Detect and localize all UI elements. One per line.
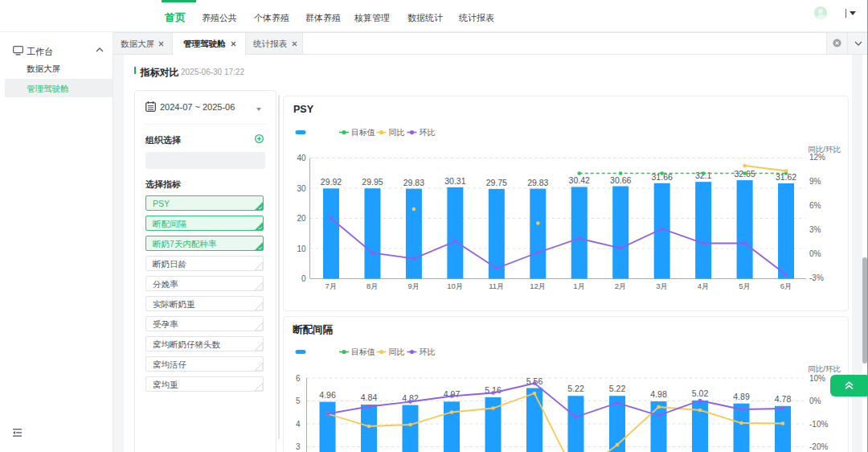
svg-text:目标值: 目标值 <box>351 128 375 137</box>
svg-text:30.42: 30.42 <box>569 175 590 185</box>
svg-text:-10%: -10% <box>809 420 828 429</box>
svg-text:10: 10 <box>297 244 306 253</box>
svg-text:30.31: 30.31 <box>444 176 465 186</box>
svg-text:目标值: 目标值 <box>351 347 375 356</box>
svg-text:3: 3 <box>296 442 301 451</box>
svg-text:3月: 3月 <box>656 281 668 290</box>
svg-text:0%: 0% <box>809 397 821 405</box>
svg-text:12月: 12月 <box>530 281 546 290</box>
svg-text:4.89: 4.89 <box>733 392 750 401</box>
svg-text:4.78: 4.78 <box>775 394 792 404</box>
svg-text:同比: 同比 <box>389 128 405 137</box>
svg-text:环比: 环比 <box>420 347 436 356</box>
svg-text:6月: 6月 <box>780 281 792 290</box>
svg-text:同比: 同比 <box>389 347 405 356</box>
svg-text:1月: 1月 <box>573 281 585 290</box>
svg-text:5月: 5月 <box>739 281 751 290</box>
svg-text:10月: 10月 <box>447 281 463 290</box>
svg-text:0%: 0% <box>809 249 821 258</box>
svg-text:6: 6 <box>296 374 301 383</box>
svg-text:2月: 2月 <box>615 281 627 290</box>
svg-text:4: 4 <box>296 420 301 429</box>
svg-text:29.83: 29.83 <box>527 178 548 187</box>
svg-text:4.98: 4.98 <box>650 389 667 399</box>
svg-text:断配间隔: 断配间隔 <box>293 324 334 335</box>
svg-text:40: 40 <box>297 154 306 162</box>
svg-text:30: 30 <box>297 184 306 193</box>
svg-text:0: 0 <box>301 274 306 283</box>
svg-text:6%: 6% <box>809 201 821 210</box>
svg-text:8月: 8月 <box>366 281 379 290</box>
svg-text:5.22: 5.22 <box>609 384 626 393</box>
svg-text:9%: 9% <box>809 177 821 186</box>
svg-text:5.22: 5.22 <box>567 384 584 393</box>
svg-text:7月: 7月 <box>326 281 338 290</box>
svg-text:20: 20 <box>297 214 306 223</box>
svg-text:29.75: 29.75 <box>486 178 507 187</box>
svg-text:29.92: 29.92 <box>321 177 342 187</box>
svg-text:-20%: -20% <box>809 442 828 451</box>
svg-text:5.02: 5.02 <box>692 388 709 398</box>
svg-text:4.84: 4.84 <box>361 392 378 402</box>
svg-text:-3%: -3% <box>809 273 824 282</box>
svg-text:环比: 环比 <box>420 128 436 137</box>
svg-text:29.83: 29.83 <box>403 178 424 187</box>
svg-text:PSY: PSY <box>293 104 314 115</box>
svg-text:30.66: 30.66 <box>610 175 631 185</box>
svg-text:12%: 12% <box>809 153 825 162</box>
svg-text:9月: 9月 <box>408 281 420 290</box>
svg-text:同比/环比: 同比/环比 <box>808 364 841 373</box>
svg-text:29.95: 29.95 <box>362 177 383 187</box>
svg-text:10%: 10% <box>809 374 825 383</box>
svg-text:4月: 4月 <box>698 281 710 290</box>
svg-text:11月: 11月 <box>489 281 504 290</box>
svg-text:4.96: 4.96 <box>319 390 336 400</box>
svg-text:5: 5 <box>296 397 301 405</box>
svg-text:3%: 3% <box>809 225 821 234</box>
